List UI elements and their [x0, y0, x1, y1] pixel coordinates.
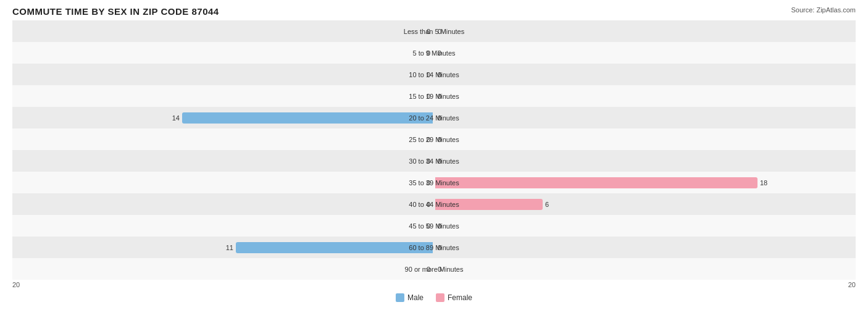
row-label: 30 to 34 Minutes	[409, 157, 459, 165]
female-value: 6	[545, 201, 549, 208]
male-value: 0	[427, 222, 430, 230]
male-label: Male	[407, 293, 424, 302]
female-bar	[435, 177, 757, 188]
female-value: 18	[760, 179, 767, 187]
male-value: 11	[226, 244, 233, 251]
table-row: 0090 or more Minutes	[12, 258, 856, 280]
table-row: 11060 to 89 Minutes	[12, 237, 856, 258]
axis-right: 20	[848, 281, 856, 288]
table-row: 005 to 9 Minutes	[12, 42, 856, 64]
male-legend-box	[396, 293, 404, 302]
female-value: 0	[438, 71, 441, 78]
legend-male: Male	[396, 293, 424, 302]
male-value: 14	[172, 114, 180, 122]
legend: Male Female	[12, 293, 856, 302]
table-row: 14020 to 24 Minutes	[12, 107, 856, 128]
table-row: 0640 to 44 Minutes	[12, 193, 856, 215]
table-row: 0045 to 59 Minutes	[12, 215, 856, 237]
row-label: 5 to 9 Minutes	[412, 49, 455, 57]
row-label: Less than 5 Minutes	[404, 28, 464, 35]
female-value: 0	[438, 157, 441, 165]
female-label: Female	[448, 293, 472, 302]
row-label: 90 or more Minutes	[405, 266, 464, 273]
male-value: 0	[427, 157, 430, 165]
row-label: 25 to 29 Minutes	[409, 136, 459, 143]
table-row: 0025 to 29 Minutes	[12, 128, 856, 150]
female-value: 0	[438, 93, 441, 100]
table-row: 0010 to 14 Minutes	[12, 64, 856, 85]
axis-left: 20	[12, 281, 20, 288]
chart-title: COMMUTE TIME BY SEX IN ZIP CODE 87044	[12, 6, 856, 17]
axis-labels: 20 20	[12, 281, 856, 288]
male-value: 0	[427, 71, 430, 78]
table-row: 0030 to 34 Minutes	[12, 150, 856, 172]
table-row: 01835 to 39 Minutes	[12, 172, 856, 193]
chart-area: 00Less than 5 Minutes005 to 9 Minutes001…	[12, 20, 856, 280]
chart-container: COMMUTE TIME BY SEX IN ZIP CODE 87044 So…	[0, 0, 868, 323]
male-value: 0	[427, 93, 430, 100]
table-row: 00Less than 5 Minutes	[12, 20, 856, 42]
male-bar	[182, 112, 433, 124]
source-text: Source: ZipAtlas.com	[791, 6, 856, 14]
legend-female: Female	[436, 293, 472, 302]
male-value: 0	[427, 266, 430, 273]
table-row: 0015 to 19 Minutes	[12, 85, 856, 107]
female-value: 0	[438, 28, 441, 35]
male-value: 0	[427, 179, 430, 187]
row-label: 45 to 59 Minutes	[409, 222, 459, 230]
female-value: 0	[438, 266, 441, 273]
row-label: 15 to 19 Minutes	[409, 93, 459, 100]
male-value: 0	[427, 28, 430, 35]
male-value: 0	[427, 136, 430, 143]
row-label: 10 to 14 Minutes	[409, 71, 459, 78]
male-value: 0	[427, 49, 430, 57]
female-value: 0	[438, 222, 441, 230]
male-bar	[236, 242, 433, 253]
female-value: 0	[438, 136, 441, 143]
female-value: 0	[438, 244, 441, 251]
female-bar	[435, 199, 543, 210]
female-value: 0	[438, 114, 441, 122]
female-legend-box	[436, 293, 444, 302]
female-value: 0	[438, 49, 441, 57]
male-value: 0	[427, 201, 430, 208]
